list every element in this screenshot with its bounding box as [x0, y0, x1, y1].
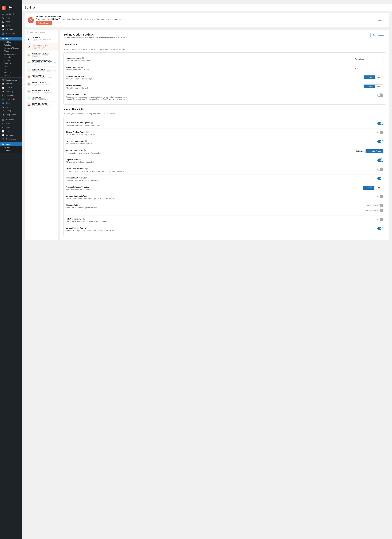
commission-type-select[interactable]: Percentage Flat Combine [353, 57, 383, 61]
product-mail-notification-toggle[interactable] [377, 177, 383, 180]
new-product-status-published-btn[interactable]: Published [354, 149, 366, 153]
hide-customer-info-toggle[interactable] [377, 218, 383, 221]
license-prev-button[interactable]: ‹ [374, 19, 377, 22]
shipping-fee-label-group: Shipping Fee Recipient Who will be recei… [66, 75, 94, 80]
sidebar-sub-dokan-announcements[interactable]: Announcements [0, 53, 22, 56]
sidebar-sub-dokan-vendors[interactable]: Vendors [0, 50, 22, 53]
sidebar-item-dokan[interactable]: D Dokan [0, 37, 22, 40]
general-nav-subtitle: SITE SETTINGS AND STORE OPTIONS [32, 38, 56, 42]
shipping-fee-admin-btn[interactable]: Admin [375, 76, 383, 79]
commission-type-row: Commission Type ? Select a commission ty… [66, 55, 383, 64]
sidebar-sub-dokan-reverse-withdrawal[interactable]: Reverse Withdrawal [0, 47, 22, 50]
order-discount-toggle[interactable] [377, 204, 383, 207]
secondary-nav: 🛒 WooCommerce 📦 Products 📊 Analytics 📣 M… [0, 77, 22, 117]
settings-nav-appearance[interactable]: 🎨 APPEARANCE CUSTOM STORE APPEARANCE [25, 73, 58, 80]
duplicate-product-toggle[interactable] [377, 159, 383, 162]
bottom-primary-nav: ⊞ Dashboard ✎ Posts 🖼 Media 📄 Pages 💬 Co… [0, 117, 22, 142]
bottom-sidebar-sub-withdraw[interactable]: Withdraw [0, 149, 22, 152]
sidebar-item-pages[interactable]: 📄 Pages [0, 24, 22, 28]
order-status-change-toggle[interactable] [377, 140, 383, 143]
product-category-multiple-btn[interactable]: Multiple [374, 186, 383, 190]
withdraw-options-nav-subtitle: WITHDRAW SETTINGS, THRESHOLD [32, 54, 56, 57]
edited-product-status-toggle[interactable] [377, 168, 383, 171]
new-vendor-product-upload-help-icon[interactable]: ? [91, 122, 93, 124]
settings-nav-general[interactable]: ⚙ GENERAL SITE SETTINGS AND STORE OPTION… [25, 35, 58, 43]
settings-nav-privacy-policy[interactable]: 🔒 PRIVACY POLICY UPDATE STORE PRIVACY PO… [25, 80, 58, 88]
process-refund-toggle[interactable] [377, 93, 383, 97]
disable-product-popup-help-icon[interactable]: ? [86, 131, 89, 133]
sidebar-item-marketing[interactable]: 📣 Marketing [0, 90, 22, 93]
sidebar-sub-dokan-dashboard[interactable]: Dashboard [0, 40, 22, 43]
sidebar-item-tools[interactable]: 🔧 Tools [0, 105, 22, 109]
product-discount-toggle[interactable] [377, 209, 383, 212]
bottom-sidebar-item-dokan[interactable]: D Dokan [0, 142, 22, 146]
product-mail-notification-control [377, 177, 383, 180]
product-mail-notification-row: Product Mail Notification Email notifica… [66, 175, 383, 184]
bottom-sidebar-item-comments[interactable]: 💬 Comments [0, 133, 22, 137]
license-description: Please enter your valid Dokan Pro plugin… [36, 18, 372, 20]
bottom-sidebar-item-media[interactable]: 🖼 Media [0, 125, 22, 130]
disable-product-popup-label: Disable Product Popup ? [66, 131, 95, 133]
disable-product-popup-toggle[interactable] [377, 131, 383, 134]
license-next-button[interactable]: › [383, 19, 386, 22]
bottom-sidebar-item-dashboard[interactable]: ⊞ Dashboard [0, 118, 22, 122]
admin-commission-input[interactable] [353, 66, 383, 70]
settings-nav-email-verification[interactable]: ✉ EMAIL VERIFICATION VERIFICATION EMAIL … [25, 88, 58, 95]
sidebar-sub-dokan-modules[interactable]: Modules [0, 62, 22, 65]
new-product-status-pending-btn[interactable]: ✓ Pending Review [365, 149, 383, 153]
sidebar-item-analytics[interactable]: 📊 Analytics [0, 86, 22, 90]
bottom-sidebar-sub-dashboard[interactable]: Dashboard [0, 146, 22, 149]
vendors-can-create-tags-control [377, 195, 383, 198]
documentation-button[interactable]: Documentation [371, 33, 386, 37]
hide-customer-info-help-icon[interactable]: ? [83, 218, 85, 220]
bottom-sidebar-item-posts[interactable]: ✎ Posts [0, 122, 22, 125]
license-title: Activate Dokan Pro License [36, 15, 372, 18]
sidebar-item-comments[interactable]: 💬 Comments [0, 28, 22, 32]
sidebar-item-users[interactable]: 👥 Users [0, 101, 22, 105]
tax-fee-vendor-btn[interactable]: ✓ Vendor [364, 85, 375, 88]
sidebar-sub-dokan-help[interactable]: Help [0, 68, 22, 71]
sidebar-item-media[interactable]: 🖼 Media [0, 20, 22, 24]
new-product-status-control: Published ✓ Pending Review [354, 149, 383, 153]
sidebar-item-woocommerce[interactable]: 🛒 WooCommerce [0, 78, 22, 82]
sidebar-item-products[interactable]: 📦 Products [0, 82, 22, 86]
sidebar-item-settings[interactable]: ⚙ Settings [0, 109, 22, 113]
settings-nav-withdraw-options[interactable]: 💰 WITHDRAW OPTIONS WITHDRAW SETTINGS, TH… [25, 51, 58, 59]
sidebar-sub-dokan-tools[interactable]: Tools [0, 65, 22, 68]
new-product-status-help-icon[interactable]: ? [84, 149, 86, 151]
sidebar-item-collapse[interactable]: ◀ Collapse menu [0, 113, 22, 117]
edited-product-status-help-icon[interactable]: ? [85, 168, 88, 170]
settings-nav-page-settings[interactable]: 📄 PAGE SETTINGS STORE PAGE SETTINGS MANA… [25, 67, 58, 73]
shipping-fee-recipient-row: Shipping Fee Recipient Who will be recei… [66, 73, 383, 82]
product-category-single-btn[interactable]: ✓ Single [363, 186, 373, 190]
settings-search-input[interactable] [30, 31, 56, 34]
sidebar-sub-dokan-reports[interactable]: Reports [0, 59, 22, 62]
vendors-can-create-tags-toggle[interactable] [377, 195, 383, 198]
sidebar-sub-dokan-license[interactable]: License [0, 74, 22, 77]
product-mail-notification-label-group: Product Mail Notification Email notifica… [66, 177, 99, 181]
bottom-sidebar-item-user-frontend[interactable]: 👤 User Frontend [0, 137, 22, 141]
sidebar-sub-dokan-refunds[interactable]: Refunds [0, 56, 22, 59]
settings-nav-shipping-status[interactable]: 🚚 SHIPPING STATUS MANAGE SHIPPING STATUS [25, 101, 58, 108]
email-verification-nav-icon: ✉ [27, 89, 31, 93]
settings-nav-reverse-withdrawal[interactable]: ↩ REVERSE WITHDRAWAL ADMIN COMMISSION CO… [25, 59, 58, 67]
new-vendor-product-upload-toggle[interactable] [377, 122, 383, 125]
tax-fee-admin-btn[interactable]: Admin [375, 85, 383, 88]
shipping-fee-vendor-btn[interactable]: ✓ Vendor [364, 76, 375, 79]
vendor-product-review-toggle[interactable] [377, 227, 383, 230]
settings-nav-social-api[interactable]: 🔗 SOCIAL API CONFIGURE SOCIAL API [25, 95, 58, 101]
sidebar-item-appearance[interactable]: 🎨 Appearance [0, 93, 22, 97]
order-status-change-help-icon[interactable]: ? [85, 140, 87, 142]
sidebar-sub-dokan-settings[interactable]: Settings [0, 71, 22, 74]
sidebar-item-user-frontend[interactable]: 👤 User Frontend [0, 32, 22, 35]
sidebar-item-plugins[interactable]: 🔌 Plugins 1 [0, 97, 22, 101]
license-enter-link[interactable]: enter [41, 18, 45, 20]
activate-license-button[interactable]: Activate License [36, 21, 52, 25]
settings-nav-selling-options[interactable]: 🏷 SELLING OPTIONS STORE SETTINGS, COMMIS… [25, 43, 58, 51]
sidebar-item-posts[interactable]: ✎ Posts [0, 16, 22, 20]
commission-type-help-icon[interactable]: ? [82, 57, 84, 59]
bottom-sidebar-item-pages[interactable]: 📄 Pages [0, 130, 22, 133]
sidebar-item-dashboard[interactable]: ⊞ Dashboard [0, 12, 22, 16]
edited-product-status-desc: Set product status as pending review whe… [66, 170, 124, 172]
sidebar-sub-dokan-withdraw[interactable]: Withdraw [0, 43, 22, 47]
